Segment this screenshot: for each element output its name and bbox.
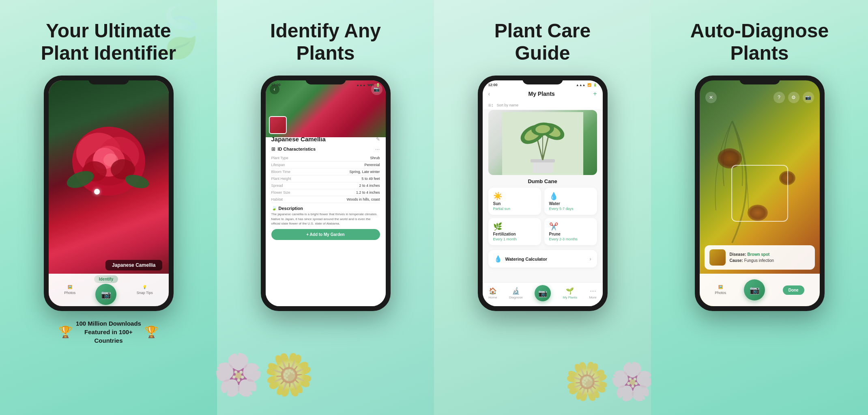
nav-home[interactable]: 🏠 Home <box>488 287 497 299</box>
sun-value: Partial sun <box>493 207 511 211</box>
leaf-icon: 🍃 <box>271 205 277 211</box>
battery-icon: 🔋 <box>376 83 380 87</box>
snap-tips-btn[interactable]: 💡 Snap Tips <box>137 285 153 295</box>
status-icons: ▲▲▲ WiFi 🔋 <box>356 83 380 87</box>
phone4-bottom-bar: 🖼️ Photos 📷 Done <box>700 274 820 306</box>
diagnosis-card: Disease: Brown spot Cause: Fungus infect… <box>705 245 815 270</box>
diagnosis-text: Disease: Brown spot Cause: Fungus infect… <box>730 251 774 264</box>
char-row-spread: Spread 2 to 4 inches <box>271 182 380 189</box>
sort-bar: ≡↕ Sort by name <box>483 101 603 110</box>
phone-frame-4: ✕ ? ⚙ 📷 Disease: Brown spot <box>695 76 825 311</box>
download-badge: 🏆 100 Million Downloads Featured in 100+… <box>58 319 159 345</box>
cause-label: Cause: <box>730 258 743 263</box>
camera-nav-icon: 📷 <box>538 289 547 298</box>
diagnosis-cause-row: Cause: Fungus infection <box>730 257 774 264</box>
cause-value: Fungus infection <box>744 258 774 263</box>
scan-rectangle <box>731 165 788 222</box>
char-row-flower-size: Flower Size 1.2 to 4 inches <box>271 189 380 196</box>
status-icons-3: ▲▲▲ 📶 🔋 <box>576 83 597 87</box>
photos-btn-4[interactable]: 🖼️ Photos <box>715 285 726 295</box>
my-plants-title: My Plants <box>528 91 554 97</box>
photos-btn[interactable]: 🖼️ Photos <box>64 285 75 295</box>
water-icon: 💧 <box>549 192 558 201</box>
camera-button[interactable]: 📷 <box>535 285 551 301</box>
prune-icon: ✂️ <box>549 222 558 231</box>
signal-icon: ▲▲▲ <box>356 83 366 87</box>
water-calc-icon: 💧 <box>494 255 502 263</box>
back-icon-3[interactable]: ‹ <box>488 91 490 97</box>
care-card-sun[interactable]: ☀️ Sun Partial sun <box>488 188 541 215</box>
nav-more[interactable]: ⋯ More <box>589 287 596 299</box>
camera-capture-icon: 📷 <box>750 285 760 295</box>
char-row-bloom-time: Bloom Time Spring, Late winter <box>271 169 380 175</box>
phone-notch-1 <box>88 76 129 84</box>
phone-screen-2: 12:00 ▲▲▲ WiFi 🔋 ‹ 📷 Japanese Camel <box>266 80 386 306</box>
care-card-fertilization[interactable]: 🌿 Fertilization Every 1 month <box>488 218 541 245</box>
capture-btn-4[interactable]: 📷 <box>744 279 765 300</box>
capture-button[interactable]: 📷 <box>95 284 116 305</box>
wifi-icon-3: 📶 <box>587 83 591 87</box>
diagnosis-disease-row: Disease: Brown spot <box>730 251 774 257</box>
svg-rect-12 <box>533 161 553 173</box>
water-value: Every 5-7 days <box>549 207 574 211</box>
panel-plant-identifier: 🍃 Your Ultimate Plant Identifier <box>0 0 217 415</box>
watering-calculator[interactable]: 💧 Watering Calculator › <box>488 250 597 268</box>
nav-camera[interactable]: 📷 <box>535 285 551 301</box>
diagnose-icon: 🔬 <box>512 287 520 295</box>
home-icon: 🏠 <box>489 287 497 295</box>
sun-label: Sun <box>493 201 501 206</box>
panel-4-title: Auto-Diagnose Plants <box>690 19 829 64</box>
chevron-right-icon: › <box>590 256 591 262</box>
question-icon[interactable]: ? <box>773 92 785 103</box>
plant-name-care: Dumb Cane <box>483 175 603 186</box>
phone-frame-3: 12:00 ▲▲▲ 📶 🔋 ‹ My Plants + ≡↕ Sort by n… <box>478 76 608 311</box>
panel-plant-care: 🌼🌸 Plant Care Guide 12:00 ▲▲▲ 📶 🔋 ‹ My P… <box>434 0 651 415</box>
panel-1-title: Your Ultimate Plant Identifier <box>41 19 176 64</box>
char-row-height: Plant Height 5 to 49 feet <box>271 175 380 182</box>
fertilization-value: Every 1 month <box>493 237 517 241</box>
phone1-bottom-bar: 🖼️ Photos Identify 📷 💡 Snap Tips <box>49 274 169 306</box>
nav-diagnose[interactable]: 🔬 Diagnose <box>509 287 523 299</box>
plant-name-tag: Japanese Camellia <box>105 260 162 270</box>
disease-value: Brown spot <box>747 252 769 257</box>
nav-my-plants[interactable]: 🌱 My Plants <box>563 287 577 299</box>
char-row-plant-type: Plant Type Shrub <box>271 155 380 162</box>
bottom-navigation: 🏠 Home 🔬 Diagnose 📷 🌱 My Plants <box>483 282 603 306</box>
phone-notch-3 <box>522 76 563 84</box>
phone-notch-4 <box>739 76 780 84</box>
plant-photo-area: ‹ 📷 <box>266 80 386 137</box>
characteristics-header: ⊞ ID Characteristics ··· <box>271 146 380 152</box>
phone-screen-3: 12:00 ▲▲▲ 📶 🔋 ‹ My Plants + ≡↕ Sort by n… <box>483 80 603 306</box>
settings-icon[interactable]: ⚙ <box>788 92 799 103</box>
laurel-left-icon: 🏆 <box>58 325 73 339</box>
watering-calc-label: Watering Calculator <box>505 257 587 262</box>
phone-notch-2 <box>305 76 346 84</box>
photo-thumbnail <box>269 116 287 134</box>
more-dots-icon[interactable]: ··· <box>375 146 380 152</box>
photos-icon: 🖼️ <box>68 285 72 289</box>
photos-label: Photos <box>64 291 75 295</box>
prune-value: Every 2-3 months <box>549 237 578 241</box>
panel-auto-diagnose: Auto-Diagnose Plants ✕ <box>651 0 868 415</box>
camera-top-icon[interactable]: 📷 <box>803 92 814 103</box>
plant-photo-area-3 <box>488 110 597 175</box>
close-icon[interactable]: ✕ <box>705 92 717 103</box>
care-grid: ☀️ Sun Partial sun 💧 Water Every 5-7 day… <box>483 186 603 247</box>
photos-label-4: Photos <box>715 291 726 295</box>
water-label: Water <box>549 201 560 206</box>
dumb-cane-svg <box>502 112 583 175</box>
phone-screen-1: Japanese Camellia 🖼️ Photos Identify 📷 <box>49 80 169 306</box>
care-card-water[interactable]: 💧 Water Every 5-7 days <box>544 188 597 215</box>
panel-3-title: Plant Care Guide <box>494 19 591 64</box>
sun-icon: ☀️ <box>493 192 502 201</box>
add-plant-icon[interactable]: + <box>593 90 597 97</box>
char-row-lifespan: Lifespan Perennial <box>271 162 380 169</box>
phone-frame-2: 12:00 ▲▲▲ WiFi 🔋 ‹ 📷 Japanese Camel <box>261 76 391 311</box>
badge-line3: Countries <box>76 336 141 345</box>
characteristics-icon: ⊞ <box>271 146 275 152</box>
add-to-garden-button[interactable]: + Add to My Garden <box>271 229 380 240</box>
care-card-prune[interactable]: ✂️ Prune Every 2-3 months <box>544 218 597 245</box>
identify-bar: Identify <box>94 275 118 283</box>
characteristics-title: ID Characteristics <box>278 147 316 151</box>
done-button[interactable]: Done <box>783 285 804 295</box>
